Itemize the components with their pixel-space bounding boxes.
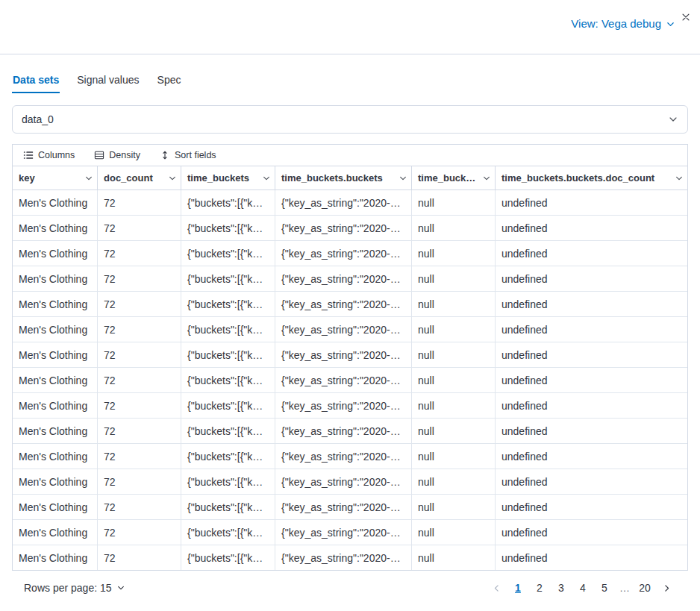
table-cell[interactable]: 72 xyxy=(98,190,181,215)
table-cell[interactable]: null xyxy=(412,419,496,443)
table-cell[interactable]: undefined xyxy=(496,241,687,266)
table-cell[interactable]: Men's Clothing xyxy=(13,368,98,392)
table-cell[interactable]: undefined xyxy=(496,419,687,443)
sort-fields-button[interactable]: Sort fields xyxy=(154,148,222,163)
chevron-down-icon[interactable] xyxy=(675,174,684,183)
table-cell[interactable]: Men's Clothing xyxy=(13,292,98,316)
table-cell[interactable]: 72 xyxy=(98,317,181,342)
table-cell[interactable]: {"key_as_string":"2020-… xyxy=(275,190,412,215)
page-button-3[interactable]: 3 xyxy=(551,578,571,598)
table-cell[interactable]: Men's Clothing xyxy=(13,545,98,570)
table-cell[interactable]: {"key_as_string":"2020-… xyxy=(275,495,412,519)
table-cell[interactable]: null xyxy=(412,469,496,494)
table-cell[interactable]: 72 xyxy=(98,520,181,545)
table-cell[interactable]: {"buckets":[{"k… xyxy=(181,368,275,392)
chevron-down-icon[interactable] xyxy=(168,174,177,183)
table-cell[interactable]: Men's Clothing xyxy=(13,216,98,240)
columns-button[interactable]: Columns xyxy=(17,148,81,163)
view-selector[interactable]: View: Vega debug xyxy=(571,17,675,30)
table-cell[interactable]: {"key_as_string":"2020-… xyxy=(275,368,412,392)
table-cell[interactable]: 72 xyxy=(98,444,181,469)
table-cell[interactable]: Men's Clothing xyxy=(13,266,98,291)
rows-per-page-button[interactable]: Rows per page: 15 xyxy=(24,582,125,594)
table-cell[interactable]: {"buckets":[{"k… xyxy=(181,190,275,215)
table-cell[interactable]: 72 xyxy=(98,495,181,519)
table-cell[interactable]: null xyxy=(412,317,496,342)
table-cell[interactable]: Men's Clothing xyxy=(13,317,98,342)
table-cell[interactable]: null xyxy=(412,545,496,570)
table-cell[interactable]: undefined xyxy=(496,292,687,316)
table-cell[interactable]: {"buckets":[{"k… xyxy=(181,469,275,494)
column-header-doc-count[interactable]: doc_count xyxy=(98,166,181,189)
table-cell[interactable]: {"buckets":[{"k… xyxy=(181,292,275,316)
chevron-down-icon[interactable] xyxy=(482,174,491,183)
table-cell[interactable]: undefined xyxy=(496,266,687,291)
table-cell[interactable]: undefined xyxy=(496,393,687,418)
column-header-key[interactable]: key xyxy=(13,166,98,189)
page-button-20[interactable]: 20 xyxy=(635,578,654,598)
table-cell[interactable]: 72 xyxy=(98,216,181,240)
page-button-2[interactable]: 2 xyxy=(530,578,549,598)
tab-spec[interactable]: Spec xyxy=(157,71,182,93)
table-cell[interactable]: undefined xyxy=(496,342,687,367)
table-cell[interactable]: {"buckets":[{"k… xyxy=(181,545,275,570)
table-cell[interactable]: null xyxy=(412,368,496,392)
table-cell[interactable]: 72 xyxy=(98,241,181,266)
chevron-down-icon[interactable] xyxy=(399,174,407,183)
table-cell[interactable]: 72 xyxy=(98,393,181,418)
table-cell[interactable]: Men's Clothing xyxy=(13,444,98,469)
table-cell[interactable]: {"buckets":[{"k… xyxy=(181,317,275,342)
table-cell[interactable]: {"key_as_string":"2020-… xyxy=(275,317,412,342)
table-cell[interactable]: 72 xyxy=(98,545,181,570)
table-cell[interactable]: null xyxy=(412,241,496,266)
tab-data-sets[interactable]: Data sets xyxy=(12,71,60,93)
table-cell[interactable]: {"key_as_string":"2020-… xyxy=(275,216,412,240)
table-cell[interactable]: {"buckets":[{"k… xyxy=(181,216,275,240)
table-cell[interactable]: undefined xyxy=(496,216,687,240)
density-button[interactable]: Density xyxy=(88,148,146,163)
table-cell[interactable]: 72 xyxy=(98,266,181,291)
table-cell[interactable]: {"key_as_string":"2020-… xyxy=(275,444,412,469)
table-cell[interactable]: {"key_as_string":"2020-… xyxy=(275,292,412,316)
dataset-select[interactable]: data_0 xyxy=(12,105,688,134)
table-cell[interactable]: Men's Clothing xyxy=(13,469,98,494)
table-cell[interactable]: undefined xyxy=(496,317,687,342)
table-cell[interactable]: {"buckets":[{"k… xyxy=(181,495,275,519)
table-cell[interactable]: {"buckets":[{"k… xyxy=(181,342,275,367)
table-cell[interactable]: {"buckets":[{"k… xyxy=(181,520,275,545)
table-cell[interactable]: {"key_as_string":"2020-… xyxy=(275,545,412,570)
table-cell[interactable]: 72 xyxy=(98,292,181,316)
table-cell[interactable]: Men's Clothing xyxy=(13,190,98,215)
table-cell[interactable]: undefined xyxy=(496,469,687,494)
chevron-left-icon[interactable] xyxy=(487,578,506,598)
page-button-5[interactable]: 5 xyxy=(595,578,614,598)
column-header-time-buckets[interactable]: time_buckets xyxy=(181,166,275,189)
table-cell[interactable]: {"key_as_string":"2020-… xyxy=(275,266,412,291)
table-cell[interactable]: undefined xyxy=(496,520,687,545)
table-cell[interactable]: undefined xyxy=(496,444,687,469)
chevron-right-icon[interactable] xyxy=(657,578,676,598)
table-cell[interactable]: Men's Clothing xyxy=(13,520,98,545)
column-header-time-buckets-buckets[interactable]: time_buckets.buckets xyxy=(275,166,412,189)
table-cell[interactable]: null xyxy=(412,520,496,545)
table-cell[interactable]: undefined xyxy=(496,190,687,215)
column-header-time-buckets-buckets-doc-count[interactable]: time_buckets.buckets.doc_count xyxy=(496,166,687,189)
table-cell[interactable]: 72 xyxy=(98,419,181,443)
table-cell[interactable]: {"key_as_string":"2020-… xyxy=(275,342,412,367)
table-cell[interactable]: null xyxy=(412,266,496,291)
chevron-down-icon[interactable] xyxy=(84,174,93,183)
table-cell[interactable]: null xyxy=(412,292,496,316)
table-cell[interactable]: {"key_as_string":"2020-… xyxy=(275,419,412,443)
table-cell[interactable]: Men's Clothing xyxy=(13,419,98,443)
table-cell[interactable]: {"key_as_string":"2020-… xyxy=(275,520,412,545)
table-cell[interactable]: Men's Clothing xyxy=(13,342,98,367)
page-button-1[interactable]: 1 xyxy=(508,578,528,598)
table-cell[interactable]: {"buckets":[{"k… xyxy=(181,419,275,443)
page-button-4[interactable]: 4 xyxy=(573,578,593,598)
table-cell[interactable]: 72 xyxy=(98,469,181,494)
table-cell[interactable]: Men's Clothing xyxy=(13,393,98,418)
table-cell[interactable]: null xyxy=(412,393,496,418)
table-cell[interactable]: null xyxy=(412,216,496,240)
table-cell[interactable]: Men's Clothing xyxy=(13,241,98,266)
table-cell[interactable]: 72 xyxy=(98,342,181,367)
